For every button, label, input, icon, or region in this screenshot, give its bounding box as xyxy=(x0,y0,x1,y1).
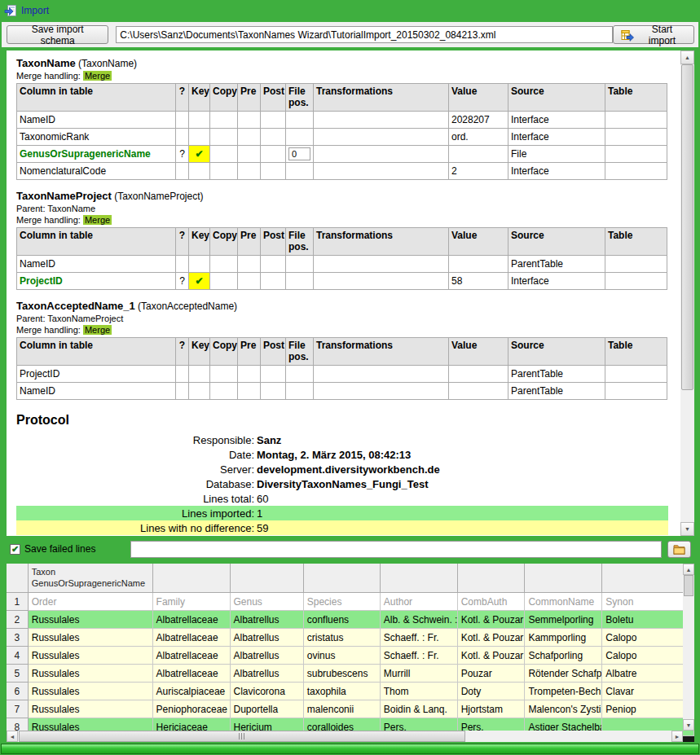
table-header: Table xyxy=(605,338,667,366)
copy-header: Copy xyxy=(210,338,238,366)
value-cell[interactable] xyxy=(449,256,508,273)
grid-vertical-scrollbar[interactable]: ▲ ▼ xyxy=(683,564,694,731)
table-cell xyxy=(605,146,667,163)
merge-handling-line: Merge handling: Merge xyxy=(16,325,680,335)
grid-vscrollbar-thumb[interactable] xyxy=(684,575,693,596)
grid-scroll-left-icon[interactable]: ◄ xyxy=(7,731,18,742)
grid-column-header xyxy=(602,564,694,593)
key-checkbox-cell[interactable] xyxy=(189,129,210,146)
main-vertical-scrollbar[interactable]: ▲ ▼ xyxy=(680,50,694,536)
pre-cell xyxy=(238,112,261,129)
copy-cell xyxy=(210,366,238,383)
value-cell[interactable] xyxy=(449,383,508,400)
value-header: Value xyxy=(449,228,508,256)
grid-cell: Clavar xyxy=(602,683,694,700)
grid-row[interactable]: 7RussulalesPeniophoraceaeDuportellamalen… xyxy=(7,700,694,718)
protocol-row: Lines total:60 xyxy=(16,491,668,506)
value-cell[interactable]: 2028207 xyxy=(449,112,508,129)
grid-scroll-right-icon[interactable]: ► xyxy=(671,731,683,742)
key-checkbox-cell[interactable] xyxy=(189,366,210,383)
schema-path-field[interactable] xyxy=(116,26,613,43)
section-title: TaxonNameProject (TaxonNameProject) xyxy=(16,190,680,202)
grid-row[interactable]: 5RussulalesAlbatrellaceaeAlbatrellussubr… xyxy=(7,665,694,683)
key-checkbox-cell[interactable] xyxy=(189,112,210,129)
protocol-label: Server: xyxy=(16,463,254,476)
question-cell[interactable]: ? xyxy=(176,146,189,163)
grid-column-header-taxon: Taxon GenusOrSupragenericName xyxy=(29,564,153,593)
grid-cell: CombAuth xyxy=(458,593,526,611)
protocol-label: Lines with no difference: xyxy=(16,522,254,534)
value-cell[interactable]: 2 xyxy=(449,163,508,180)
browse-folder-button[interactable] xyxy=(667,541,691,558)
transformations-header: Transformations xyxy=(314,338,449,366)
value-cell[interactable]: 58 xyxy=(449,273,508,290)
grid-scroll-up-icon[interactable]: ▲ xyxy=(683,564,694,575)
key-header: Key xyxy=(189,84,210,112)
key-checkbox-cell[interactable] xyxy=(189,383,210,400)
pre-cell xyxy=(238,163,261,180)
post-cell xyxy=(261,256,286,273)
mapping-table-header-row: Column in table?KeyCopyPrePostFile pos.T… xyxy=(17,228,667,256)
grid-row[interactable]: 1OrderFamilyGenusSpeciesAuthorCombAuthCo… xyxy=(7,593,694,611)
value-cell[interactable] xyxy=(449,146,508,163)
parent-label: Parent: xyxy=(16,314,45,323)
post-cell xyxy=(261,383,286,400)
window-header: Import xyxy=(0,0,700,21)
post-cell xyxy=(261,163,286,180)
scrollbar-grip-icon xyxy=(239,733,245,740)
source-cell: ParentTable xyxy=(508,256,605,273)
key-header: Key xyxy=(189,338,210,366)
value-cell[interactable]: ord. xyxy=(449,129,508,146)
grid-row[interactable]: 4RussulalesAlbatrellaceaeAlbatrellusovin… xyxy=(7,647,694,665)
table-cell xyxy=(605,256,667,273)
grid-cell: Russulales xyxy=(29,611,153,629)
protocol-heading: Protocol xyxy=(16,413,680,428)
grid-row[interactable]: 2RussulalesAlbatrellaceaeAlbatrellusconf… xyxy=(7,611,694,629)
grid-scroll-down-icon[interactable]: ▼ xyxy=(683,719,694,731)
start-import-button[interactable]: Start import xyxy=(613,25,694,44)
grid-corner-cell xyxy=(7,564,29,593)
save-import-schema-button[interactable]: Save import schema xyxy=(7,25,108,44)
protocol-label: Database: xyxy=(16,478,254,490)
grid-cell: Russulales xyxy=(29,647,153,665)
grid-cell: Kotl. & Pouzar xyxy=(458,629,526,647)
grid-cell: Species xyxy=(304,593,381,611)
protocol-row: Date:Montag, 2. März 2015, 08:42:13 xyxy=(16,447,668,462)
transformations-cell xyxy=(314,273,449,290)
key-checkbox-cell[interactable]: ✔ xyxy=(189,146,210,163)
key-checkbox-cell[interactable]: ✔ xyxy=(189,273,210,290)
grid-cell: Russulales xyxy=(29,683,153,700)
section-table-alias: (TaxonAcceptedName) xyxy=(138,301,237,312)
grid-row[interactable]: 6RussulalesAuriscalpiaceaeClavicoronatax… xyxy=(7,683,694,700)
grid-cell: Order xyxy=(29,593,153,611)
column-name-cell: ProjectID xyxy=(17,366,176,383)
scroll-up-icon[interactable]: ▲ xyxy=(680,50,694,64)
grid-cell: Albatrellus xyxy=(231,611,304,629)
merge-value-badge: Merge xyxy=(83,71,112,81)
value-cell[interactable] xyxy=(449,366,508,383)
question-cell xyxy=(176,112,189,129)
grid-cell: Boidin & Lanq. xyxy=(381,700,458,718)
mapping-row: NameIDParentTable xyxy=(17,383,667,400)
start-import-icon xyxy=(621,29,634,42)
failed-lines-path-field[interactable] xyxy=(130,541,662,558)
grid-cell: Thom xyxy=(381,683,458,700)
pre-cell xyxy=(238,146,261,163)
grid-cell: Rötender Schafp... xyxy=(525,665,602,683)
question-cell[interactable]: ? xyxy=(176,273,189,290)
grid-row[interactable]: 3RussulalesAlbatrellaceaeAlbatrelluscris… xyxy=(7,629,694,647)
mapping-table-header-row: Column in table?KeyCopyPrePostFile pos.T… xyxy=(17,338,667,366)
main-scrollbar-thumb[interactable] xyxy=(681,64,693,390)
save-failed-checkbox[interactable]: ✔ xyxy=(10,544,20,555)
mapping-row: NomenclaturalCode2Interface xyxy=(17,163,667,180)
table-cell xyxy=(605,273,667,290)
grid-hscrollbar-thumb[interactable] xyxy=(19,731,465,742)
grid-horizontal-scrollbar[interactable]: ◄ ► xyxy=(7,731,683,742)
filepos-input[interactable]: 0 xyxy=(288,147,310,160)
question-header: ? xyxy=(176,84,189,112)
key-checkbox-cell[interactable] xyxy=(189,256,210,273)
pre-cell xyxy=(238,273,261,290)
key-checkbox-cell[interactable] xyxy=(189,163,210,180)
filepos-cell xyxy=(286,366,314,383)
scroll-down-icon[interactable]: ▼ xyxy=(680,522,694,536)
